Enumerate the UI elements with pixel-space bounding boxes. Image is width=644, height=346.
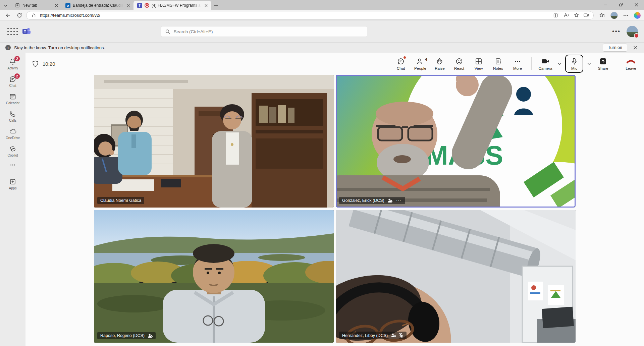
tab-camera-icon[interactable] [583, 12, 590, 19]
teams-more-options-icon[interactable]: ••• [612, 28, 621, 35]
search-bar[interactable] [161, 26, 367, 37]
app-sidebar: 2 Activity 2 Chat Calendar Calls [0, 53, 25, 346]
mic-options-chevron-icon[interactable] [587, 55, 591, 73]
app-launcher-icon[interactable] [6, 25, 19, 38]
outlook-icon: o [65, 3, 70, 8]
sidebar-item-copilot[interactable]: Copilot [0, 142, 25, 160]
mic-control[interactable]: Mic [565, 55, 583, 73]
video-feed [94, 75, 334, 208]
video-tile-libby[interactable]: Hernandez, Libby (DCS) [336, 210, 576, 343]
people-control[interactable]: 4 People [412, 55, 429, 73]
participant-nameplate: Gonzalez, Erick (DCS) ··· [339, 197, 405, 204]
leave-call-icon [626, 57, 636, 65]
share-control[interactable]: Share [595, 55, 611, 73]
tab-teams-meeting[interactable]: T (4) FLC/MSFW Programs and [133, 1, 211, 10]
banner-message: Stay in the know. Turn on desktop notifi… [14, 45, 105, 50]
url-text[interactable]: https://teams.microsoft.com/v2/ [40, 13, 550, 18]
more-dots-icon [10, 164, 15, 166]
sidebar-item-activity[interactable]: 2 Activity [0, 55, 25, 73]
camera-options-chevron-icon[interactable] [557, 55, 562, 73]
tab-close-icon[interactable] [203, 3, 209, 8]
sidebar-item-calls[interactable]: Calls [0, 108, 25, 125]
activity-badge: 2 [14, 56, 20, 61]
video-grid: Claudia Noemí Gatica [94, 75, 576, 343]
turn-on-button[interactable]: Turn on [603, 44, 627, 52]
address-bar[interactable]: https://teams.microsoft.com/v2/ [26, 11, 594, 20]
video-feed [94, 210, 334, 343]
search-icon [165, 29, 170, 34]
react-control[interactable]: React [451, 55, 468, 73]
mic-icon [570, 57, 578, 65]
shield-icon[interactable] [32, 60, 39, 67]
close-window-button[interactable] [629, 0, 644, 9]
tab-close-icon[interactable] [54, 3, 59, 8]
apps-icon [9, 178, 16, 185]
tab-close-icon[interactable] [125, 3, 131, 8]
camera-control[interactable]: Camera [537, 55, 554, 73]
browser-tabstrip: New tab o Bandeja de entrada: Claudia No… [0, 0, 644, 10]
browser-settings-icon[interactable] [621, 11, 631, 20]
video-area: Claudia Noemí Gatica [25, 75, 644, 346]
sidebar-item-chat[interactable]: 2 Chat [0, 73, 25, 90]
notes-control[interactable]: Notes [490, 55, 506, 73]
chat-control[interactable]: Chat [392, 55, 409, 73]
leave-control[interactable]: Leave [623, 55, 639, 73]
participant-more-icon[interactable]: ··· [395, 199, 402, 202]
presence-busy-badge [634, 33, 639, 38]
sidebar-item-onedrive[interactable]: OneDrive [0, 125, 25, 142]
browser-profile-avatar[interactable] [610, 12, 618, 19]
video-feed: MASS [336, 75, 576, 208]
sidebar-item-more[interactable] [0, 160, 25, 170]
tab-title: New tab [22, 3, 51, 8]
sidebar-item-apps[interactable]: Apps [0, 175, 25, 193]
window-controls [598, 0, 644, 9]
new-tab-button[interactable] [211, 1, 221, 10]
tab-new-tab[interactable]: New tab [11, 1, 62, 10]
copilot-icon[interactable] [634, 12, 641, 19]
minimize-button[interactable] [598, 0, 613, 9]
participant-nameplate: Claudia Noemí Gatica [97, 197, 144, 204]
back-button[interactable] [3, 11, 13, 20]
search-input[interactable] [173, 29, 363, 34]
teams-profile-avatar[interactable] [627, 26, 638, 37]
restore-button[interactable] [613, 0, 629, 9]
video-tile-erick[interactable]: MASS [336, 75, 576, 208]
read-aloud-icon[interactable] [562, 12, 570, 19]
favorite-star-icon[interactable] [573, 12, 580, 19]
recording-indicator-icon [145, 3, 149, 8]
sidebar-item-calendar[interactable]: Calendar [0, 90, 25, 108]
lock-icon[interactable] [30, 12, 37, 19]
more-dots-icon [515, 57, 521, 65]
participant-name: Claudia Noemí Gatica [100, 198, 141, 203]
cloud-icon [9, 128, 17, 135]
notes-icon [494, 57, 502, 65]
participant-name: Hernandez, Libby (DCS) [342, 333, 388, 338]
browser-actions [596, 11, 641, 20]
video-tile-rogerio[interactable]: Raposo, Rogerio (DCS) [94, 210, 334, 343]
participant-count: 4 [425, 57, 427, 62]
participant-info-icon [387, 198, 392, 203]
split-screen-icon[interactable] [552, 12, 560, 19]
raise-hand-control[interactable]: Raise [431, 55, 448, 73]
meeting-stage: 10:20 Chat 4 People Raise [25, 53, 644, 346]
collections-icon[interactable] [598, 11, 607, 20]
toolbar-divider [617, 57, 617, 70]
tab-search-chevron-icon[interactable] [0, 1, 11, 10]
tab-title: (4) FLC/MSFW Programs and [152, 3, 201, 8]
tab-title: Bandeja de entrada: Claudia Noe [73, 3, 123, 8]
view-control[interactable]: View [470, 55, 487, 73]
participant-name: Raposo, Rogerio (DCS) [100, 333, 145, 338]
toolbar-divider [531, 57, 532, 70]
video-tile-claudia[interactable]: Claudia Noemí Gatica [94, 75, 334, 208]
refresh-button[interactable] [15, 11, 24, 20]
more-control[interactable]: More [509, 55, 526, 73]
tab-outlook[interactable]: o Bandeja de entrada: Claudia Noe [62, 1, 133, 10]
phone-icon [9, 110, 16, 118]
page-icon [15, 3, 20, 8]
participant-nameplate: Raposo, Rogerio (DCS) [97, 332, 156, 339]
participant-nameplate: Hernandez, Libby (DCS) [339, 332, 407, 339]
banner-close-icon[interactable] [632, 44, 639, 51]
teams-icon: T [137, 3, 142, 8]
participant-info-icon [391, 333, 396, 338]
meeting-toolbar: 10:20 Chat 4 People Raise [25, 53, 644, 75]
